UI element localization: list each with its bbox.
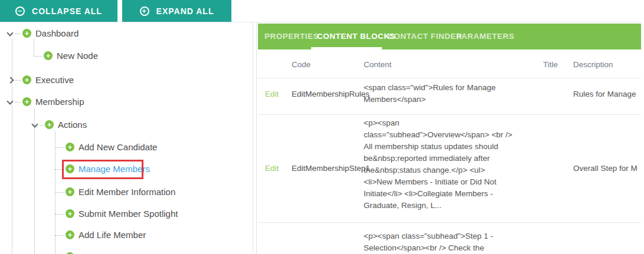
row-divider <box>258 78 641 78</box>
description-cell: Rules for Manage <box>573 90 641 98</box>
chevron-down-icon[interactable] <box>6 29 13 36</box>
panel-gutter-line <box>256 22 257 254</box>
tree-item-membership: Membership <box>0 95 253 109</box>
minus-circle-icon <box>15 6 25 16</box>
plus-node-icon[interactable] <box>66 164 74 173</box>
tree-item-label[interactable]: Actions <box>58 120 87 130</box>
plus-node-icon[interactable] <box>66 209 74 218</box>
tree-item-actions: Actions <box>0 118 253 132</box>
tree-panel-border <box>253 22 253 254</box>
code-cell: EditMembershipRules <box>292 90 370 98</box>
description-cell: Overall Step for M <box>573 164 641 173</box>
tree-item-label[interactable]: Membership <box>35 97 84 107</box>
collapse-all-label: COLLAPSE ALL <box>32 6 102 16</box>
active-tab-underline <box>311 47 382 50</box>
plus-node-icon[interactable] <box>45 120 54 129</box>
column-header-title: Title <box>543 60 558 69</box>
tree-item-label[interactable]: Add Life Member <box>79 230 146 240</box>
plus-node-icon[interactable] <box>22 75 31 84</box>
tree-item-manage-members: Manage Members <box>0 162 253 176</box>
collapse-all-button[interactable]: COLLAPSE ALL <box>0 0 117 22</box>
chevron-down-icon[interactable] <box>6 98 13 104</box>
tab-parameters[interactable]: PARAMETERS <box>456 32 515 41</box>
expand-all-button[interactable]: EXPAND ALL <box>122 0 231 22</box>
tree-item-new-node: New Node <box>0 49 253 63</box>
row-divider <box>258 114 641 115</box>
plus-node-icon[interactable] <box>66 187 74 196</box>
top-divider <box>0 22 641 22</box>
tree-item-add-new-candidate: Add New Candidate <box>0 140 253 154</box>
plus-node-icon[interactable] <box>66 230 74 239</box>
content-cell: <span class="wid">Rules for Manage Membe… <box>364 82 516 105</box>
expand-all-label: EXPAND ALL <box>156 6 214 16</box>
chevron-down-icon[interactable] <box>31 121 38 127</box>
edit-link[interactable]: Edit <box>265 164 279 173</box>
tree-item-submit-member-spotlight: Submit Member Spotlight <box>0 207 253 221</box>
edit-link[interactable]: Edit <box>265 90 279 98</box>
tree-item-label[interactable]: New Node <box>57 51 98 61</box>
tree-item-label[interactable]: Edit Member Information <box>79 187 175 197</box>
column-header-content: Content <box>364 60 391 69</box>
tree-item-label[interactable]: Executive <box>35 75 74 85</box>
tree-item-label[interactable]: Add New Candidate <box>79 142 157 152</box>
chevron-right-icon[interactable] <box>7 77 14 83</box>
tab-properties[interactable]: PROPERTIES <box>264 32 319 41</box>
tree-item-executive: Executive <box>0 73 253 87</box>
plus-node-icon[interactable] <box>66 143 74 151</box>
content-cell: <p><span class="subhead">Overview</span>… <box>364 117 516 212</box>
code-cell: EditMembershipStep1 <box>292 164 370 173</box>
plus-node-icon[interactable] <box>44 51 53 60</box>
plus-node-icon[interactable] <box>22 97 31 106</box>
tree-item-edit-member-information: Edit Member Information <box>0 185 253 199</box>
tab-contact-finder[interactable]: CONTACT FINDER <box>388 32 462 41</box>
content-cell: <p><span class="subhead">Step 1 - Select… <box>364 230 516 254</box>
tab-content-blocks[interactable]: CONTENT BLOCKS <box>317 32 395 41</box>
tree-item-add-life-member: Add Life Member <box>0 228 253 242</box>
column-header-code: Code <box>292 60 310 69</box>
plus-circle-icon <box>140 6 149 16</box>
tree-item-dashboard: Dashboard <box>0 27 253 41</box>
tree-item-label-selected[interactable]: Manage Members <box>79 164 150 174</box>
tree-item-label[interactable]: Submit Member Spotlight <box>79 209 178 219</box>
row-divider <box>258 222 641 223</box>
tab-bar: PROPERTIES CONTENT BLOCKS CONTACT FINDER… <box>258 24 641 50</box>
plus-node-icon[interactable] <box>22 29 31 38</box>
column-header-description: Description <box>573 60 613 69</box>
page: { "colors": { "teal": "#1EA392", "tab_gr… <box>0 0 644 254</box>
tree-item-label[interactable]: Dashboard <box>35 28 79 38</box>
